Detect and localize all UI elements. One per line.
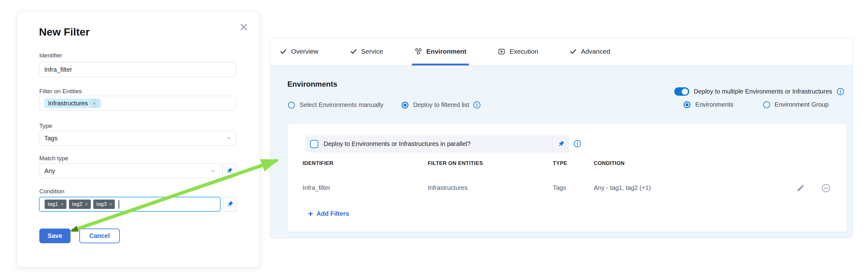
tag-remove-icon[interactable]: ✕ (60, 202, 64, 207)
row-type: Tags (553, 184, 566, 191)
pencil-icon (797, 184, 805, 192)
pin-icon (226, 168, 233, 174)
pin-icon (226, 201, 234, 208)
entities-chip: Infrastructures ✕ (44, 99, 101, 108)
tab-service[interactable]: Service (350, 38, 383, 65)
parallel-label: Deploy to Environments or Infrastructure… (323, 140, 470, 147)
filters-card: Deploy to Environments or Infrastructure… (287, 124, 847, 232)
info-icon[interactable] (836, 88, 844, 96)
multi-env-toggle-label: Deploy to multiple Environments or Infra… (693, 88, 832, 95)
environment-tab-content: Environments Select Environments manuall… (270, 66, 852, 238)
radio-deploy-filtered[interactable] (402, 102, 408, 108)
condition-tag: tag3✕ (93, 200, 115, 209)
parallel-checkbox[interactable] (310, 140, 318, 148)
radio-environments[interactable] (684, 101, 690, 108)
chevron-down-icon (225, 135, 232, 141)
check-icon (280, 48, 287, 55)
tab-environment[interactable]: Environment (414, 38, 466, 65)
entities-label: Filter on Entities (39, 88, 82, 95)
cancel-button[interactable]: Cancel (79, 229, 120, 243)
pin-button[interactable] (222, 163, 236, 178)
radio-select-manually-label: Select Environments manually (300, 101, 383, 108)
tab-execution[interactable]: Execution (498, 38, 538, 65)
match-type-select[interactable]: Any (39, 163, 220, 178)
tag-remove-icon[interactable]: ✕ (85, 202, 88, 207)
plus-icon: + (308, 211, 313, 217)
deploy-parallel-row: Deploy to Environments or Infrastructure… (306, 135, 569, 152)
stage-tabbar: Overview Service Environment (270, 38, 852, 66)
identifier-field[interactable]: Infra_filter (39, 62, 236, 77)
add-filters-button[interactable]: + Add Filters (308, 210, 349, 217)
condition-tag: tag1✕ (44, 200, 66, 209)
col-header-identifier: IDENTIFIER (303, 160, 333, 167)
radio-environment-group[interactable] (763, 101, 770, 108)
modal-title: New Filter (39, 26, 90, 38)
tag-remove-icon[interactable]: ✕ (109, 202, 113, 207)
env-kind-radios: Environments Environment Group (684, 101, 829, 108)
row-filter-on-entities: Infrastructures (428, 184, 468, 191)
new-filter-modal: New Filter × Identifier Infra_filter Fil… (17, 12, 259, 267)
pin-icon (558, 141, 564, 147)
chevron-down-icon (210, 168, 216, 174)
pin-button[interactable] (552, 135, 569, 152)
pin-button[interactable] (223, 197, 237, 212)
col-header-condition: CONDITION (594, 160, 625, 167)
remove-filter-button[interactable] (822, 184, 831, 193)
environment-icon (414, 47, 423, 56)
col-header-filter-on-entities: FILTER ON ENTITIES (428, 160, 483, 167)
environment-mode-radios: Select Environments manually Deploy to f… (288, 101, 481, 109)
type-select[interactable]: Tags (39, 131, 236, 146)
info-icon[interactable] (473, 101, 481, 109)
type-label: Type (39, 123, 52, 129)
tab-overview[interactable]: Overview (280, 38, 318, 65)
entities-field[interactable]: Infrastructures ✕ (39, 96, 236, 111)
condition-input[interactable]: tag1✕ tag2✕ tag3✕ (39, 197, 221, 212)
condition-tag: tag2✕ (69, 200, 91, 209)
multi-env-toggle[interactable] (674, 87, 689, 96)
radio-environment-group-label: Environment Group (775, 101, 829, 108)
stage-config-panel: Overview Service Environment (270, 37, 853, 238)
multi-env-toggle-row: Deploy to multiple Environments or Infra… (674, 87, 844, 96)
environments-heading: Environments (287, 80, 337, 89)
text-caret (119, 200, 119, 209)
match-type-value: Any (44, 168, 55, 175)
check-icon (569, 48, 577, 55)
row-identifier: Infra_filter (303, 184, 331, 191)
col-header-type: TYPE (553, 160, 567, 167)
match-type-label: Match type (39, 155, 68, 162)
screen: New Filter × Identifier Infra_filter Fil… (0, 0, 868, 280)
type-value: Tags (44, 135, 57, 142)
radio-environments-label: Environments (695, 101, 733, 108)
save-button[interactable]: Save (39, 229, 70, 243)
identifier-label: Identifier (39, 52, 62, 59)
info-icon[interactable] (574, 140, 581, 147)
edit-filter-button[interactable] (797, 184, 805, 192)
radio-select-manually[interactable] (288, 102, 295, 108)
minus-circle-icon (822, 184, 831, 193)
row-condition: Any - tag1, tag2 (+1) (594, 184, 651, 191)
chip-remove-icon[interactable]: ✕ (91, 100, 98, 107)
radio-deploy-filtered-label: Deploy to filtered list (413, 101, 469, 108)
tab-advanced[interactable]: Advanced (569, 38, 610, 65)
close-icon[interactable]: × (239, 20, 248, 35)
identifier-value: Infra_filter (44, 66, 72, 73)
condition-label: Condition (39, 188, 64, 195)
check-icon (350, 48, 357, 55)
execution-icon (498, 48, 505, 56)
